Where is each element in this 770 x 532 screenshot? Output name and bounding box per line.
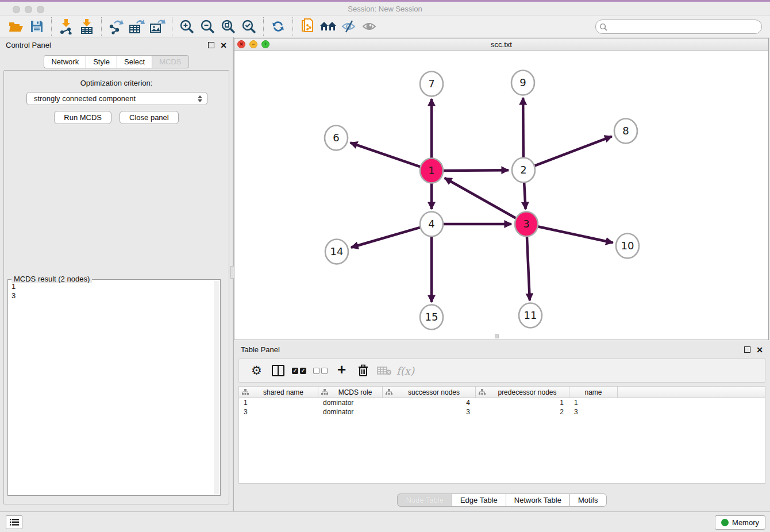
table-settings-button[interactable]: ⚙ <box>246 361 267 380</box>
network-minimize-icon[interactable]: − <box>249 40 257 48</box>
graph-edge-2-3[interactable] <box>524 181 526 209</box>
close-window-button[interactable] <box>13 6 20 13</box>
search-icon <box>599 23 607 31</box>
close-panel-button[interactable]: Close panel <box>120 111 179 124</box>
cell-name[interactable]: 1 <box>569 399 618 407</box>
export-table-button[interactable] <box>126 17 147 36</box>
column-header-successor-nodes[interactable]: successor nodes <box>383 387 476 398</box>
export-image-icon <box>149 18 165 34</box>
cell-predecessor-nodes[interactable]: 2 <box>476 408 569 416</box>
control-panel-header: Control Panel ✕ <box>0 37 233 53</box>
zoom-window-button[interactable] <box>37 6 44 13</box>
graph-edge-3-11[interactable] <box>527 235 530 300</box>
save-session-button[interactable] <box>26 17 47 36</box>
zoom-out-button[interactable] <box>197 17 218 36</box>
home-button[interactable] <box>318 17 338 36</box>
zoom-selected-button[interactable] <box>238 17 259 36</box>
column-header-shared-name[interactable]: shared name <box>239 387 318 398</box>
zoom-in-button[interactable] <box>176 17 197 36</box>
cell-successor-nodes[interactable]: 3 <box>383 408 476 416</box>
close-panel-icon[interactable]: ✕ <box>220 41 227 49</box>
graph-node-9[interactable]: 9 <box>511 71 534 95</box>
cell-mcds-role[interactable]: dominator <box>318 399 383 407</box>
cell-shared-name[interactable]: 1 <box>239 399 318 407</box>
canvas-scroll-grip[interactable] <box>495 334 499 338</box>
table-row[interactable]: 3 dominator 3 2 3 <box>239 407 765 417</box>
float-table-panel-icon[interactable] <box>744 346 750 353</box>
svg-text:7: 7 <box>428 78 434 90</box>
tab-network-table[interactable]: Network Table <box>506 494 569 507</box>
graph-node-4[interactable]: 4 <box>420 212 443 237</box>
search-input[interactable] <box>610 21 761 33</box>
network-close-icon[interactable]: ✕ <box>237 40 245 48</box>
graph-node-14[interactable]: 14 <box>325 240 348 264</box>
zoom-fit-button[interactable] <box>218 17 238 36</box>
import-network-button[interactable] <box>56 17 76 36</box>
tab-network[interactable]: Network <box>44 55 86 68</box>
svg-text:8: 8 <box>622 125 629 137</box>
graph-node-11[interactable]: 11 <box>519 303 542 328</box>
svg-text:1: 1 <box>428 164 434 176</box>
network-graph[interactable]: 1234678910111415 <box>234 51 768 340</box>
task-history-button[interactable] <box>6 515 22 529</box>
graph-node-10[interactable]: 10 <box>616 234 639 259</box>
graph-node-3[interactable]: 3 <box>515 212 538 237</box>
import-table-button[interactable] <box>76 17 97 36</box>
tab-mcds[interactable]: MCDS <box>152 55 188 68</box>
hide-panels-button[interactable] <box>338 17 359 36</box>
toggle-columns-button[interactable] <box>267 361 288 380</box>
graph-edge-2-9[interactable] <box>523 98 523 159</box>
deselect-all-button[interactable] <box>310 361 331 380</box>
minimize-window-button[interactable] <box>25 6 32 13</box>
graph-node-2[interactable]: 2 <box>512 158 535 183</box>
graph-edge-1-2[interactable] <box>442 170 509 171</box>
show-panels-button[interactable] <box>359 17 380 36</box>
cell-successor-nodes[interactable]: 4 <box>383 399 476 407</box>
network-window-controls[interactable]: ✕ − + <box>237 40 270 48</box>
run-mcds-button[interactable]: Run MCDS <box>54 111 111 124</box>
network-maximize-icon[interactable]: + <box>261 40 270 48</box>
graph-node-6[interactable]: 6 <box>325 126 348 151</box>
graph-edge-3-1[interactable] <box>445 178 517 219</box>
column-header-name[interactable]: name <box>569 387 618 398</box>
graph-edge-4-14[interactable] <box>351 227 421 247</box>
tab-style[interactable]: Style <box>86 55 117 68</box>
export-image-button[interactable] <box>147 17 168 36</box>
cell-mcds-role[interactable]: dominator <box>318 408 383 416</box>
open-session-button[interactable] <box>6 17 26 36</box>
refresh-button[interactable] <box>268 17 288 36</box>
graph-node-15[interactable]: 15 <box>420 305 443 330</box>
tab-motifs[interactable]: Motifs <box>569 494 607 507</box>
graph-node-1[interactable]: 1 <box>420 159 443 183</box>
result-scrollbar[interactable] <box>214 281 219 494</box>
cell-predecessor-nodes[interactable]: 1 <box>476 399 569 407</box>
fx-icon: f(x) <box>396 365 414 377</box>
graph-node-8[interactable]: 8 <box>614 119 637 144</box>
column-header-mcds-role[interactable]: MCDS role <box>318 387 383 398</box>
tab-select[interactable]: Select <box>117 55 152 68</box>
window-controls[interactable] <box>13 6 44 13</box>
network-view-titlebar[interactable]: ✕ − + scc.txt <box>234 38 768 51</box>
tab-node-table[interactable]: Node Table <box>397 494 452 507</box>
float-panel-icon[interactable] <box>208 42 214 48</box>
mcds-result-text[interactable]: 1 3 <box>9 282 213 494</box>
add-column-button[interactable]: + <box>331 361 352 380</box>
criterion-select[interactable]: strongly connected component <box>26 92 207 105</box>
table-row[interactable]: 1 dominator 4 1 1 <box>239 398 765 407</box>
close-table-panel-icon[interactable]: ✕ <box>756 346 763 354</box>
clone-network-button[interactable] <box>297 17 318 36</box>
graph-node-7[interactable]: 7 <box>420 72 443 97</box>
cell-shared-name[interactable]: 3 <box>239 408 318 416</box>
export-network-button[interactable] <box>106 17 126 36</box>
graph-edge-2-8[interactable] <box>534 136 612 166</box>
column-header-predecessor-nodes[interactable]: predecessor nodes <box>476 387 569 398</box>
select-all-button[interactable]: ✓ ✓ <box>288 361 310 380</box>
graph-edge-3-10[interactable] <box>537 226 613 243</box>
tab-edge-table[interactable]: Edge Table <box>452 494 506 507</box>
search-field[interactable] <box>595 20 762 34</box>
delete-column-button[interactable] <box>352 361 374 380</box>
network-canvas[interactable]: 1234678910111415 <box>234 51 768 340</box>
graph-edge-1-6[interactable] <box>351 142 421 167</box>
cell-name[interactable]: 3 <box>569 408 618 416</box>
memory-button[interactable]: Memory <box>715 515 765 530</box>
